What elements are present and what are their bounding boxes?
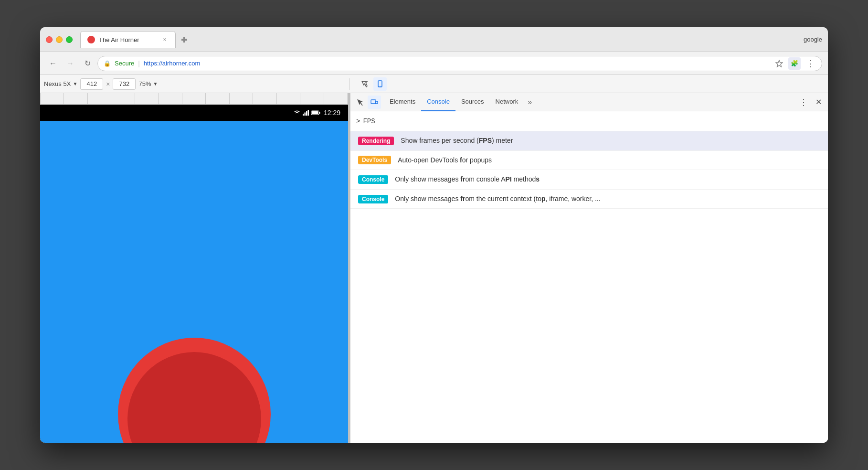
tab-elements[interactable]: Elements — [384, 93, 421, 111]
battery-icon — [311, 110, 321, 116]
bookmark-button[interactable] — [773, 57, 785, 70]
tag-console-1: Console — [358, 175, 388, 184]
main-area: 12:29 — [40, 93, 828, 443]
star-icon — [775, 60, 783, 67]
device-toolbar: Nexus 5X ▼ × 75% ▼ — [40, 75, 828, 93]
svg-marker-2 — [776, 60, 783, 67]
devtools-more-button[interactable]: ⋮ — [796, 96, 810, 109]
zoom-selector[interactable]: 75% ▼ — [138, 80, 158, 87]
wifi-icon — [293, 110, 301, 116]
mobile-icon — [376, 80, 384, 88]
tab-console-label: Console — [427, 98, 450, 105]
close-traffic-light[interactable] — [46, 36, 53, 43]
forward-button[interactable]: → — [63, 56, 77, 71]
device-mode-button[interactable] — [373, 77, 387, 91]
responsive-devtools-button[interactable] — [368, 96, 381, 109]
browser-viewport: 12:29 — [40, 93, 348, 443]
svg-rect-1 — [181, 39, 187, 41]
svg-rect-5 — [303, 114, 304, 116]
secure-label: Secure — [115, 60, 134, 67]
device-dropdown-icon: ▼ — [73, 81, 77, 86]
suggestion-text-3: Only show messages from console API meth… — [395, 175, 540, 184]
tag-console-2: Console — [358, 195, 388, 203]
svg-rect-6 — [304, 113, 306, 116]
devtools-panel: Elements Console Sources Network » ⋮ — [350, 93, 828, 443]
more-button[interactable]: ⋮ — [804, 57, 816, 70]
console-prompt: > — [356, 118, 360, 125]
tab-network[interactable]: Network — [490, 93, 524, 111]
device-selector[interactable]: Nexus 5X ▼ — [44, 80, 77, 87]
extensions-button[interactable]: 🧩 — [788, 57, 801, 70]
svg-rect-11 — [312, 111, 318, 114]
dimension-separator: × — [106, 80, 110, 88]
list-item[interactable]: Console Only show messages from the curr… — [350, 190, 828, 209]
phone-screen: 12:29 — [40, 105, 348, 443]
zoom-dropdown-icon: ▼ — [153, 81, 158, 86]
ruler-marks — [40, 93, 348, 104]
svg-rect-10 — [319, 112, 320, 114]
devtools-more-icon: ⋮ — [799, 97, 807, 107]
console-input[interactable]: FPS — [363, 118, 822, 125]
inspect-devtools-button[interactable] — [353, 96, 367, 109]
console-input-area: > FPS — [350, 111, 828, 131]
svg-point-4 — [380, 85, 381, 86]
suggestion-text-1: Show frames per second (FPS) meter — [401, 136, 513, 146]
cursor-icon — [356, 98, 364, 106]
suggestion-text-4: Only show messages from the current cont… — [395, 194, 600, 204]
new-tab-icon — [180, 36, 188, 43]
address-actions: 🧩 ⋮ — [773, 57, 816, 70]
svg-rect-7 — [306, 111, 307, 116]
tab-sources-label: Sources — [461, 98, 484, 105]
width-input[interactable] — [80, 78, 103, 90]
phone-time: 12:29 — [324, 109, 340, 117]
more-tabs-button[interactable]: » — [524, 98, 536, 107]
address-bar[interactable]: 🔒 Secure | https://airhorner.com 🧩 ⋮ — [97, 56, 822, 71]
list-item[interactable]: Console Only show messages from console … — [350, 170, 828, 190]
url-text: https://airhorner.com — [144, 60, 201, 67]
new-tab-button[interactable] — [178, 33, 191, 46]
extensions-icon: 🧩 — [791, 60, 798, 67]
inspect-icon — [361, 80, 369, 88]
tab-network-label: Network — [496, 98, 519, 105]
tag-devtools: DevTools — [358, 156, 391, 164]
tab-console[interactable]: Console — [421, 93, 455, 111]
tab-area: The Air Horner × — [80, 31, 800, 48]
tab-sources[interactable]: Sources — [455, 93, 490, 111]
minimize-traffic-light[interactable] — [56, 36, 63, 43]
traffic-lights — [46, 36, 73, 43]
suggestion-text-2: Auto-open DevTools for popups — [398, 156, 492, 165]
title-bar: The Air Horner × google — [40, 27, 828, 52]
list-item[interactable]: Rendering Show frames per second (FPS) m… — [350, 131, 828, 151]
phone-status-bar: 12:29 — [40, 105, 348, 121]
tab-title: The Air Horner — [99, 36, 157, 43]
close-devtools-button[interactable]: ✕ — [812, 96, 825, 109]
browser-window: The Air Horner × google ← → ↻ 🔒 Secure |… — [40, 27, 828, 443]
zoom-label: 75% — [138, 80, 151, 87]
tag-rendering: Rendering — [358, 137, 394, 145]
inspect-element-button[interactable] — [358, 77, 371, 91]
nav-bar: ← → ↻ 🔒 Secure | https://airhorner.com 🧩… — [40, 52, 828, 75]
back-button[interactable]: ← — [46, 56, 60, 71]
device-name-label: Nexus 5X — [44, 80, 71, 87]
maximize-traffic-light[interactable] — [66, 36, 73, 43]
refresh-button[interactable]: ↻ — [80, 56, 95, 71]
devtools-toolbar: Elements Console Sources Network » ⋮ — [350, 93, 828, 111]
autocomplete-list: Rendering Show frames per second (FPS) m… — [350, 131, 828, 443]
active-tab[interactable]: The Air Horner × — [80, 31, 176, 48]
devtools-tabs: Elements Console Sources Network » — [384, 93, 795, 111]
status-icons — [293, 110, 321, 116]
tab-favicon — [87, 36, 95, 43]
lock-icon: 🔒 — [104, 60, 111, 67]
tab-close-button[interactable]: × — [161, 36, 169, 43]
close-devtools-icon: ✕ — [815, 97, 822, 107]
svg-rect-8 — [307, 110, 309, 116]
responsive-icon — [370, 98, 378, 106]
signal-icon — [303, 110, 309, 116]
google-account: google — [804, 36, 822, 43]
list-item[interactable]: DevTools Auto-open DevTools for popups — [350, 151, 828, 171]
height-input[interactable] — [113, 78, 136, 90]
devtools-actions: ⋮ ✕ — [796, 96, 825, 109]
url-separator: | — [138, 60, 140, 67]
viewport-ruler — [40, 93, 348, 105]
more-icon: ⋮ — [806, 58, 814, 69]
